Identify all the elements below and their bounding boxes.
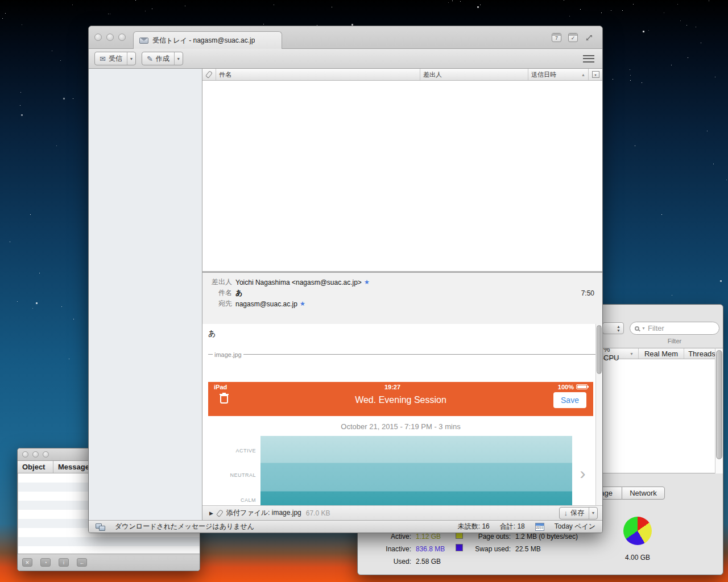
session-info: October 21, 2015 - 7:19 PM - 3 mins [208, 422, 593, 431]
brainwave-chart [260, 436, 572, 505]
tab-inbox[interactable]: 受信トレイ - nagasm@suac.ac.jp [133, 31, 282, 49]
chevron-down-icon[interactable]: ▼ [589, 508, 597, 519]
inactive-memory-value: 836.8 MB [416, 545, 445, 553]
star-icon[interactable]: ★ [364, 278, 370, 286]
column-header-date[interactable]: 送信日時▲ [528, 69, 589, 80]
status-message: ダウンロードされたメッセージはありません [115, 522, 254, 531]
tab-network[interactable]: Network [622, 487, 665, 500]
column-header-attachment[interactable] [202, 69, 216, 80]
tab-title: 受信トレイ - nagasm@suac.ac.jp [152, 36, 255, 45]
expand-icon[interactable] [585, 34, 593, 42]
unread-count: 未読数: 16 [458, 522, 490, 531]
attachment-size: 67.0 KB [306, 509, 330, 517]
paperclip-icon [205, 70, 213, 78]
memory-pie-chart [623, 517, 652, 545]
sort-asc-icon: ▲ [581, 73, 585, 77]
message-header-pane: 差出人Yoichi Nagashima <nagasm@suac.ac.jp>★… [202, 273, 602, 324]
column-picker-icon[interactable]: ▾ [589, 69, 602, 80]
folder-pane[interactable] [89, 69, 202, 520]
body-scrollbar[interactable] [595, 324, 602, 505]
to-value[interactable]: nagasm@suac.ac.jp [235, 300, 297, 308]
save-attachment-button[interactable]: ↓保存 ▼ [559, 507, 598, 519]
column-header-sender[interactable]: 差出人 [420, 69, 528, 80]
message-list-header[interactable]: 件名 差出人 送信日時▲ ▾ [202, 69, 602, 81]
swap-used-value: 22.5 MB [515, 545, 541, 553]
active-memory-value: 1.12 GB [416, 533, 441, 541]
embedded-image: iPad 19:27 100% Wed. Evening Session Sav… [208, 382, 593, 505]
battery-percent: 100% [558, 384, 574, 390]
mail-titlebar[interactable]: 受信トレイ - nagasm@suac.ac.jp 7 ✓ [89, 26, 602, 49]
mail-status-bar: ダウンロードされたメッセージはありません 未読数: 16 合計: 18 22日 … [89, 520, 602, 533]
console-toolbar: ✕ ◔ i ← [18, 554, 200, 571]
disclosure-triangle-icon[interactable]: ▶ [209, 510, 213, 516]
page-outs-value: 1.2 MB (0 bytes/sec) [515, 533, 578, 541]
calendar-icon[interactable]: 7 [552, 33, 561, 42]
chevron-right-icon: › [572, 436, 593, 505]
minimize-button[interactable] [32, 451, 39, 458]
compose-icon: ✎ [147, 55, 153, 63]
search-icon [635, 326, 639, 331]
tasks-icon[interactable]: ✓ [568, 33, 578, 42]
close-button[interactable] [22, 451, 28, 458]
attachment-name[interactable]: 添付ファイル: image.jpg [226, 508, 301, 518]
process-table-scrollbar[interactable] [715, 348, 723, 473]
attachment-divider: image.jpg [208, 351, 595, 358]
attachment-bar: ▶ 添付ファイル: image.jpg 67.0 KB ↓保存 ▼ [202, 505, 602, 520]
chevron-down-icon[interactable]: ▼ [127, 52, 135, 65]
today-pane-toggle[interactable]: Today ペイン [555, 522, 595, 531]
zone-labels: ACTIVE NEUTRAL CALM [208, 436, 260, 505]
minimize-button[interactable] [106, 34, 114, 41]
update-frequency-stepper[interactable]: ▲▼ [602, 322, 624, 334]
chevron-down-icon: ▼ [642, 326, 646, 330]
message-body-pane: あ image.jpg iPad 19:27 100% Wed. Evening [202, 324, 602, 505]
star-icon[interactable]: ★ [300, 300, 305, 307]
save-button: Save [553, 392, 586, 408]
battery-icon [576, 384, 588, 389]
back-button[interactable]: ← [77, 558, 87, 567]
envelope-icon: ✉ [100, 55, 106, 63]
network-status-icon [96, 523, 105, 530]
message-text: あ [208, 329, 595, 339]
filter-toolbar-caption: Filter [630, 338, 719, 344]
column-header-cpu[interactable]: % CPU▼ [599, 348, 639, 359]
from-value[interactable]: Yoichi Nagashima <nagasm@suac.ac.jp> [235, 278, 362, 286]
get-messages-button[interactable]: ✉受信 ▼ [94, 52, 136, 65]
mail-window[interactable]: 受信トレイ - nagasm@suac.ac.jp 7 ✓ ✉受信 ▼ ✎作成 … [88, 26, 603, 533]
message-time: 7:50 [581, 289, 602, 297]
paperclip-icon [216, 509, 224, 517]
zoom-button[interactable] [43, 451, 49, 458]
mail-toolbar: ✉受信 ▼ ✎作成 ▼ [89, 49, 602, 69]
total-count: 合計: 18 [500, 522, 525, 531]
column-header-threads[interactable]: Threads [684, 348, 719, 359]
column-header-subject[interactable]: 件名 [216, 69, 420, 80]
chevron-down-icon[interactable]: ▼ [174, 52, 183, 65]
today-pane-icon[interactable]: 22日 [535, 523, 544, 531]
column-header-object[interactable]: Object [18, 461, 53, 473]
mail-tab-icon [139, 38, 148, 44]
device-label: iPad [214, 384, 227, 390]
desktop-stars [0, 0, 1, 1]
sort-desc-icon: ▼ [630, 352, 634, 356]
filter-placeholder: Filter [648, 324, 664, 332]
clock-button[interactable]: ◔ [40, 558, 51, 567]
app-menu-icon[interactable] [583, 55, 594, 63]
used-memory-value: 2.58 GB [416, 558, 441, 566]
message-list[interactable]: 件名 差出人 送信日時▲ ▾ [202, 69, 602, 271]
total-memory-label: 4.00 GB [614, 554, 661, 562]
status-time: 19:27 [384, 384, 400, 390]
session-title: Wed. Evening Session [208, 395, 593, 405]
download-icon: ↓ [564, 509, 568, 517]
zoom-button[interactable] [118, 34, 126, 41]
column-header-real-mem[interactable]: Real Mem [639, 348, 684, 359]
info-button[interactable]: i [59, 558, 69, 567]
close-button[interactable] [94, 34, 102, 41]
clear-button[interactable]: ✕ [22, 558, 32, 567]
subject-value: あ [235, 288, 242, 298]
compose-button[interactable]: ✎作成 ▼ [142, 52, 183, 65]
process-filter-field[interactable]: ▼ Filter [630, 322, 719, 335]
